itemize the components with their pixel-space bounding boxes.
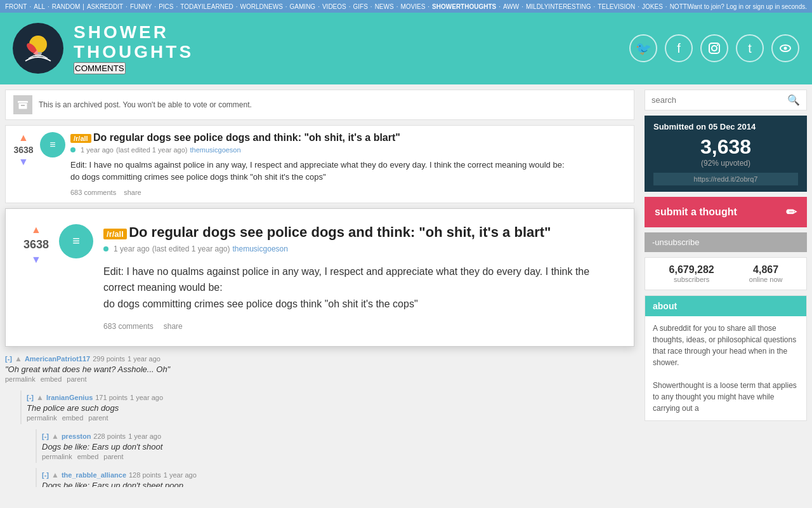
post-author[interactable]: themusicgoeson <box>190 146 241 154</box>
permalink-link[interactable]: permalink <box>5 375 36 383</box>
svg-point-7 <box>717 44 718 46</box>
upvote-button[interactable]: ▲ <box>18 132 29 144</box>
search-icon[interactable]: 🔍 <box>787 94 800 106</box>
twitter-icon[interactable]: 🐦 <box>629 34 657 62</box>
ep-vote-score: 3638 <box>23 238 49 251</box>
submit-thought-button[interactable]: submit a thought ✏ <box>645 197 807 227</box>
search-box: 🔍 <box>645 90 807 110</box>
topbar-link[interactable]: ASKREDDIT <box>87 3 123 10</box>
ep-subreddit-tag[interactable]: /r/all <box>103 229 127 239</box>
post-body: Edit: I have no qualms against police in… <box>70 159 627 184</box>
search-input[interactable] <box>652 95 787 105</box>
topbar-link[interactable]: GIFS <box>353 3 368 10</box>
topbar-link[interactable]: MILDLYINTERESTING <box>526 3 591 10</box>
permalink-link[interactable]: permalink <box>27 414 57 422</box>
topbar-link[interactable]: ALL <box>34 3 45 10</box>
topbar-link[interactable]: PICS <box>159 3 173 10</box>
comment-author[interactable]: IranianGenius <box>46 394 93 401</box>
instagram-icon[interactable] <box>700 34 728 62</box>
comment-collapse[interactable]: [-] <box>5 355 12 363</box>
parent-link[interactable]: parent <box>67 375 86 383</box>
svg-rect-11 <box>18 103 27 109</box>
ep-time: 1 year ago <box>114 244 150 253</box>
ep-downvote-button[interactable]: ▼ <box>31 254 41 265</box>
subreddit-tag[interactable]: /r/all <box>70 134 91 143</box>
topbar: FRONT · ALL · RANDOM | ASKREDDIT · FUNNY… <box>0 0 812 13</box>
post-actions: 683 comments share <box>70 189 627 196</box>
topbar-link[interactable]: RANDOM <box>52 3 80 10</box>
short-url[interactable]: https://redd.it/2obrq7 <box>653 173 798 185</box>
sidebar-vote-count: 3,638 <box>653 135 798 159</box>
topbar-link[interactable]: NEWS <box>375 3 394 10</box>
embed-link[interactable]: embed <box>77 453 99 460</box>
online-stat: 4,867 online now <box>749 264 783 283</box>
ep-author[interactable]: themusicgoeson <box>233 244 288 253</box>
svg-point-9 <box>784 47 787 50</box>
comment-collapse[interactable]: [-] <box>42 471 49 479</box>
topbar-link[interactable]: AWW <box>503 3 519 10</box>
comment-links: permalink embed parent <box>42 453 634 460</box>
ep-upvote-button[interactable]: ▲ <box>31 224 41 236</box>
embed-link[interactable]: embed <box>41 375 62 383</box>
vote-column: ▲ 3638 ▼ <box>12 132 35 196</box>
expanded-post-overlay: ▲ 3638 ▼ ≡ /r/all Do regular dogs see po… <box>5 208 634 347</box>
topbar-link[interactable]: WORLDNEWS <box>240 3 283 10</box>
topbar-link[interactable]: TODAYILEARNED <box>180 3 233 10</box>
comments-nav-button[interactable]: COMMENTS <box>74 62 126 74</box>
comment-author[interactable]: presston <box>62 432 91 440</box>
topbar-link[interactable]: TELEVISION <box>598 3 635 10</box>
ep-share-link[interactable]: share <box>164 322 183 331</box>
downvote-button[interactable]: ▼ <box>18 156 29 168</box>
permalink-link[interactable]: permalink <box>42 453 72 460</box>
topbar-link[interactable]: NOTTHEONION <box>670 3 688 10</box>
ep-subreddit-icon: ≡ <box>59 224 93 258</box>
parent-link[interactable]: parent <box>88 414 108 422</box>
eye-icon[interactable] <box>771 34 799 62</box>
svg-text:≡: ≡ <box>72 234 80 248</box>
topbar-link[interactable]: GAMING <box>290 3 316 10</box>
comment-upvote[interactable]: ▲ <box>36 393 44 402</box>
comment-author[interactable]: AmericanPatriot117 <box>25 355 90 363</box>
ep-post-body: Edit: I have no qualms against police in… <box>103 264 616 312</box>
post-meta: 1 year ago (last edited 1 year ago) them… <box>70 146 627 154</box>
submit-btn-label: submit a thought <box>655 206 737 218</box>
topbar-link[interactable]: FUNNY <box>130 3 152 10</box>
svg-text:≡: ≡ <box>49 139 55 150</box>
parent-link[interactable]: parent <box>103 453 123 460</box>
topbar-link[interactable]: SHOWERTHOUGHTS <box>432 3 496 10</box>
topbar-link[interactable]: MOVIES <box>400 3 425 10</box>
comment-collapse[interactable]: [-] <box>42 432 49 440</box>
comments-link[interactable]: 683 comments <box>70 189 116 196</box>
comment-upvote[interactable]: ▲ <box>51 432 59 441</box>
logo-area: SHOWERTHOUGHTS COMMENTS <box>13 23 193 74</box>
post-title: Do regular dogs see police dogs and thin… <box>93 132 400 143</box>
topbar-link[interactable]: FRONT <box>5 3 27 10</box>
submitted-title: Submitted on 05 Dec 2014 <box>653 122 798 131</box>
comment-links: permalink embed parent <box>5 375 634 383</box>
comment-upvote[interactable]: ▲ <box>15 354 22 363</box>
ep-post-title: Do regular dogs see police dogs and thin… <box>129 224 551 240</box>
vote-display: 3,638 (92% upvoted) <box>653 135 798 168</box>
facebook-icon[interactable]: f <box>665 34 693 62</box>
comment-upvote[interactable]: ▲ <box>51 471 59 479</box>
topbar-link[interactable]: VIDEOS <box>322 3 346 10</box>
about-header: about <box>645 296 806 316</box>
share-link[interactable]: share <box>124 189 141 196</box>
tumblr-icon[interactable]: t <box>736 34 764 62</box>
ep-comments-link[interactable]: 683 comments <box>103 322 154 331</box>
topbar-link[interactable]: JOKES <box>642 3 663 10</box>
upvote-percentage: (92% upvoted) <box>653 159 798 168</box>
site-header: SHOWERTHOUGHTS COMMENTS 🐦 f t <box>0 13 812 84</box>
embed-link[interactable]: embed <box>62 414 84 422</box>
archive-icon <box>13 95 32 114</box>
ep-edited: (last edited 1 year ago) <box>152 244 230 253</box>
comment-text: The police are such dogs <box>27 403 634 413</box>
comment-links: permalink embed parent <box>27 414 634 422</box>
topbar-join[interactable]: Want to join? Log in or sign up in secon… <box>688 3 807 10</box>
unsubscribe-button[interactable]: -unsubscribe <box>645 232 807 252</box>
comment-collapse[interactable]: [-] <box>27 394 34 401</box>
comment-author[interactable]: the_rabble_alliance <box>62 471 126 479</box>
comment-score: 228 points <box>93 432 126 440</box>
post-time: 1 year ago <box>81 146 114 154</box>
archive-text: This is an archived post. You won't be a… <box>39 100 252 109</box>
